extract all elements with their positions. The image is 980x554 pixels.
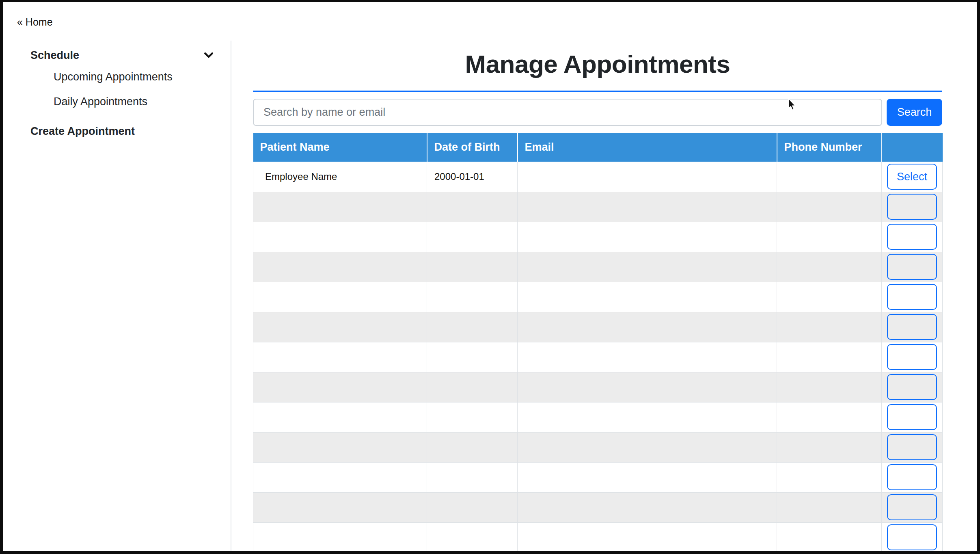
action-cell — [882, 192, 943, 222]
email-cell — [518, 282, 777, 312]
column-header-actions — [882, 133, 943, 162]
phone-number-cell — [777, 282, 882, 312]
email-cell — [518, 192, 777, 222]
select-button[interactable] — [887, 314, 937, 340]
column-header-phone-number: Phone Number — [777, 133, 882, 162]
patient-name-cell — [253, 402, 427, 432]
sidebar-item-create-appointment[interactable]: Create Appointment — [30, 125, 231, 138]
select-button[interactable] — [887, 404, 937, 430]
chevron-down-icon[interactable] — [202, 49, 215, 62]
action-cell — [882, 342, 943, 372]
appointments-table-body: Employee Name2000-01-01Select — [253, 162, 943, 551]
email-cell — [518, 342, 777, 372]
sidebar-item-daily-appointments[interactable]: Daily Appointments — [54, 95, 231, 108]
select-button[interactable] — [887, 224, 937, 250]
action-cell — [882, 372, 943, 402]
select-button[interactable] — [887, 524, 937, 550]
table-row — [253, 312, 943, 342]
date-of-birth-cell: 2000-01-01 — [427, 162, 518, 192]
phone-number-cell — [777, 462, 882, 492]
email-cell — [518, 522, 777, 551]
phone-number-cell — [777, 312, 882, 342]
action-cell — [882, 402, 943, 432]
patient-name-cell — [253, 192, 427, 222]
table-row — [253, 492, 943, 522]
schedule-group-label: Schedule — [30, 49, 79, 62]
search-bar: Search — [253, 99, 942, 126]
sidebar-group-schedule[interactable]: Schedule — [30, 49, 215, 62]
date-of-birth-cell — [427, 252, 518, 282]
select-button[interactable]: Select — [887, 164, 937, 190]
email-cell — [518, 312, 777, 342]
patient-name-cell — [253, 372, 427, 402]
select-button[interactable] — [887, 254, 937, 280]
phone-number-cell — [777, 342, 882, 372]
action-cell — [882, 312, 943, 342]
email-cell — [518, 492, 777, 522]
email-cell — [518, 252, 777, 282]
table-row — [253, 432, 943, 462]
phone-number-cell — [777, 162, 882, 192]
column-header-email: Email — [518, 133, 777, 162]
select-button[interactable] — [887, 194, 937, 220]
column-header-patient-name: Patient Name — [253, 133, 427, 162]
select-button[interactable] — [887, 374, 937, 400]
search-input[interactable] — [253, 99, 882, 126]
home-back-link[interactable]: « Home — [17, 16, 53, 28]
email-cell — [518, 402, 777, 432]
date-of-birth-cell — [427, 522, 518, 551]
patient-name-cell — [253, 432, 427, 462]
date-of-birth-cell — [427, 372, 518, 402]
action-cell — [882, 432, 943, 462]
table-row — [253, 402, 943, 432]
action-cell — [882, 252, 943, 282]
date-of-birth-cell — [427, 432, 518, 462]
phone-number-cell — [777, 522, 882, 551]
sidebar-item-upcoming-appointments[interactable]: Upcoming Appointments — [54, 71, 231, 83]
patient-name-cell — [253, 252, 427, 282]
main-content: Manage Appointments Search Patient Name … — [232, 2, 977, 551]
search-button[interactable]: Search — [887, 99, 942, 126]
date-of-birth-cell — [427, 342, 518, 372]
date-of-birth-cell — [427, 462, 518, 492]
action-cell — [882, 522, 943, 551]
action-cell: Select — [882, 162, 943, 192]
table-row: Employee Name2000-01-01Select — [253, 162, 943, 192]
app-window: « Home Schedule Upcoming Appointments Da… — [0, 0, 980, 554]
patient-name-cell — [253, 462, 427, 492]
table-row — [253, 252, 943, 282]
phone-number-cell — [777, 432, 882, 462]
email-cell — [518, 222, 777, 252]
select-button[interactable] — [887, 434, 937, 460]
table-row — [253, 372, 943, 402]
email-cell — [518, 162, 777, 192]
title-divider — [253, 91, 942, 92]
patient-name-cell — [253, 522, 427, 551]
select-button[interactable] — [887, 344, 937, 370]
email-cell — [518, 462, 777, 492]
patient-name-cell — [253, 342, 427, 372]
table-row — [253, 222, 943, 252]
column-header-date-of-birth: Date of Birth — [427, 133, 518, 162]
phone-number-cell — [777, 492, 882, 522]
select-button[interactable] — [887, 494, 937, 520]
patient-name-cell — [253, 312, 427, 342]
action-cell — [882, 492, 943, 522]
select-button[interactable] — [887, 464, 937, 490]
phone-number-cell — [777, 252, 882, 282]
phone-number-cell — [777, 192, 882, 222]
patient-name-cell — [253, 492, 427, 522]
date-of-birth-cell — [427, 222, 518, 252]
phone-number-cell — [777, 402, 882, 432]
phone-number-cell — [777, 372, 882, 402]
table-row — [253, 522, 943, 551]
select-button[interactable] — [887, 284, 937, 310]
date-of-birth-cell — [427, 192, 518, 222]
action-cell — [882, 282, 943, 312]
date-of-birth-cell — [427, 492, 518, 522]
table-row — [253, 282, 943, 312]
date-of-birth-cell — [427, 282, 518, 312]
patient-name-cell: Employee Name — [253, 162, 427, 192]
table-row — [253, 192, 943, 222]
action-cell — [882, 222, 943, 252]
